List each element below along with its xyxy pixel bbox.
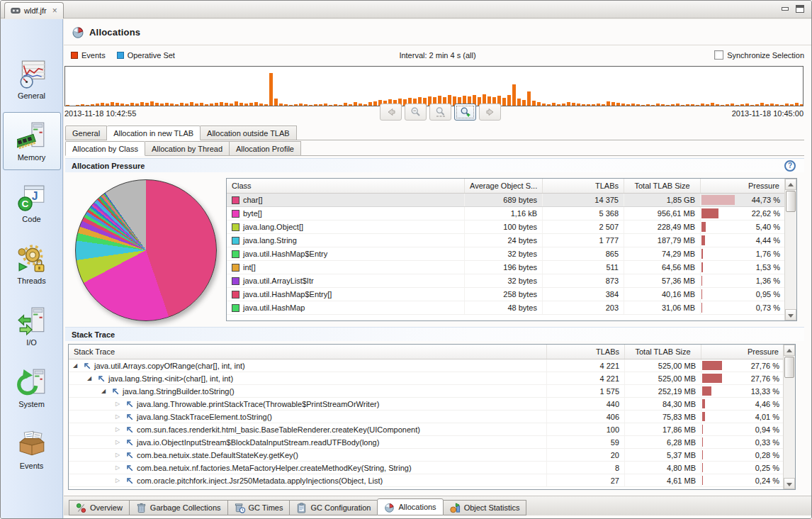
collapsed-twisty-icon[interactable]: ▷ [115,427,123,432]
sidebar-item-general[interactable]: General [3,50,61,108]
column-header-stack-trace[interactable]: Stack Trace [69,345,547,359]
subtab-allocation-by-class[interactable]: Allocation by Class [65,141,145,156]
column-header-pressure[interactable]: Pressure [701,345,784,359]
class-table-row[interactable]: java.util.HashMap48 bytes20331,06 MB0,73… [227,301,784,315]
class-table-row[interactable]: java.util.ArrayList$Itr32 bytes87357,36 … [227,274,784,288]
pressure-value: 0,73 % [756,303,780,312]
stack-frame-cell: ▷com.sun.faces.renderkit.html_basic.Base… [69,423,547,435]
expanded-twisty-icon[interactable]: ◢ [87,376,94,381]
scroll-up-icon[interactable] [784,345,795,356]
column-header-total-tlab-size[interactable]: Total TLAB Size [624,179,701,193]
sidebar-item-code[interactable]: JCCode [3,174,61,232]
collapsed-twisty-icon[interactable]: ▷ [115,440,123,445]
sidebar-item-label: Memory [18,153,46,162]
timeline-bar [314,104,317,106]
stack-trace-row[interactable]: ▷java.lang.StackTraceElement.toString()4… [69,411,783,423]
bottom-tab-overview[interactable]: Overview [69,500,129,515]
collapsed-twisty-icon[interactable]: ▷ [115,465,123,471]
column-header-pressure[interactable]: Pressure [701,179,785,193]
stack-table-header: Stack TraceTLABsTotal TLAB SizePressure [69,345,795,359]
expanded-twisty-icon[interactable]: ◢ [101,389,108,394]
stack-trace-row[interactable]: ◢java.lang.StringBuilder.toString()1 575… [69,385,783,398]
minimize-view-icon[interactable] [781,6,789,13]
overview-icon [76,503,86,513]
column-header-tlabs[interactable]: TLABs [543,179,624,193]
column-header-average-object-s[interactable]: Average Object S... [465,179,543,193]
scroll-thumb[interactable] [784,357,794,378]
help-icon[interactable]: ? [784,160,796,172]
class-table-row[interactable]: java.lang.Object[]100 bytes2 507228,49 M… [227,221,784,234]
scroll-thumb[interactable] [786,191,796,212]
timeline-bar [567,102,570,106]
class-table-row[interactable]: java.util.HashMap$Entry[]258 bytes38440,… [227,288,784,301]
stack-trace-row[interactable]: ▷com.oracle.pitchfork.inject.Jsr250Metad… [69,474,783,487]
column-header-total-tlab-size[interactable]: Total TLAB Size [625,345,701,359]
tlabs-cell: 384 [543,288,624,301]
bottom-tab-gc-times[interactable]: GC Times [227,500,290,515]
next-button[interactable] [479,104,501,121]
allocation-pie-chart[interactable] [75,179,217,321]
tlabs-cell: 1 777 [543,234,624,247]
column-header-tlabs[interactable]: TLABs [547,345,625,359]
maximize-view-icon[interactable] [796,5,804,13]
class-table-row[interactable]: java.lang.String24 bytes1 777187,79 MB4,… [227,234,784,247]
bottom-tab-garbage-collections[interactable]: Garbage Collections [129,500,227,515]
sidebar-item-label: Code [22,215,40,223]
zoom-selection-button[interactable] [429,104,451,121]
zoom-out-button[interactable] [405,104,427,121]
pressure-value: 27,76 % [751,362,779,370]
synchronize-selection-checkbox[interactable] [714,50,723,60]
stack-trace-row[interactable]: ▷java.io.ObjectInputStream$BlockDataInpu… [69,436,783,449]
stack-trace-row[interactable]: ▷com.bea.netuix.state.DefaultStateKey.ge… [69,449,783,462]
class-table-row[interactable]: char[]689 bytes14 3751,85 GB44,73 % [227,194,784,207]
scroll-down-icon[interactable] [784,478,795,489]
vertical-scrollbar[interactable] [784,179,796,320]
tab-allocation-outside-tlab[interactable]: Allocation outside TLAB [201,125,297,140]
sidebar-item-system[interactable]: System [3,359,61,417]
stack-trace-title: Stack Trace [72,330,115,339]
column-header-class[interactable]: Class [227,179,465,193]
stack-trace-row[interactable]: ◢java.util.Arrays.copyOfRange(char[], in… [69,359,783,372]
sidebar-item-events[interactable]: Events [3,420,61,479]
tab-general[interactable]: General [65,125,107,140]
class-table-row[interactable]: int[]196 bytes51164,56 MB1,53 % [227,261,784,274]
scroll-up-icon[interactable] [785,179,796,190]
stack-trace-row[interactable]: ▷java.lang.Throwable.printStackTrace(Thr… [69,398,783,411]
zoom-in-button[interactable] [454,104,476,121]
sidebar-item-memory[interactable]: Memory [3,112,61,170]
total-tlab-size-cell: 956,61 MB [624,207,701,220]
sidebar-item-threads[interactable]: Threads [3,235,61,294]
collapsed-twisty-icon[interactable]: ▷ [115,452,123,458]
collapsed-twisty-icon[interactable]: ▷ [115,414,123,420]
timeline-bar [721,105,724,106]
subtab-allocation-by-thread[interactable]: Allocation by Thread [145,141,230,156]
bottom-tab-gc-configuration[interactable]: GC Configuration [289,500,377,515]
timeline-bar [517,99,521,106]
stack-frame-cell: ▷com.oracle.pitchfork.inject.Jsr250Metad… [69,474,547,486]
collapsed-twisty-icon[interactable]: ▷ [115,401,123,407]
vertical-scrollbar[interactable] [783,345,795,489]
subtab-allocation-profile[interactable]: Allocation Profile [230,141,301,156]
bottom-tab-object-statistics[interactable]: Object Statistics [444,500,527,515]
class-table-row[interactable]: byte[]1,16 kB5 368956,61 MB22,62 % [227,207,784,221]
tlabs-cell: 59 [547,436,625,448]
editor-tab-wldf-jfr[interactable]: wldf.jfr × [4,2,64,18]
scroll-down-icon[interactable] [785,309,796,320]
allocation-pressure-section-header: Allocation Pressure ? [65,158,804,172]
class-table-row[interactable]: java.util.HashMap$Entry32 bytes86574,29 … [227,247,784,261]
stack-trace-row[interactable]: ▷com.sun.faces.renderkit.html_basic.Base… [69,423,783,436]
collapsed-twisty-icon[interactable]: ▷ [115,478,123,484]
timeline-bar [125,104,129,106]
sidebar-item-i-o[interactable]: I/O [3,297,61,355]
stack-trace-row[interactable]: ◢java.lang.String.<init>(char[], int, in… [69,372,783,385]
tab-allocation-in-new-tlab[interactable]: Allocation in new TLAB [107,125,201,140]
expanded-twisty-icon[interactable]: ◢ [73,363,80,369]
timeline-bar [502,98,506,106]
events-timeline-chart[interactable] [64,66,803,106]
legend-swatch-icon [71,52,78,59]
timeline-bar [616,103,620,106]
stack-trace-row[interactable]: ▷com.bea.netuix.nf.factories.MetaFactory… [69,462,783,474]
tab-close-icon[interactable]: × [52,6,57,15]
previous-button[interactable] [380,104,402,121]
bottom-tab-allocations[interactable]: Allocations [377,498,443,515]
